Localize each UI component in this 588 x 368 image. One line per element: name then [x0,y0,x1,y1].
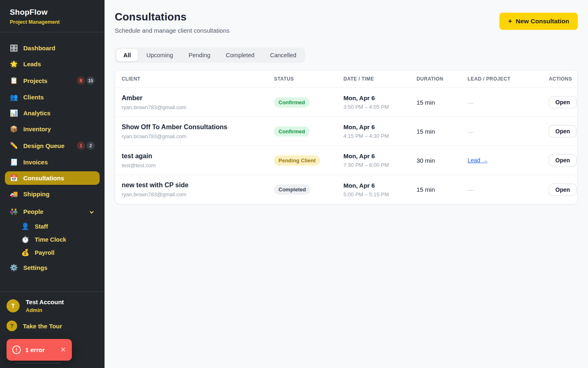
invoices-icon: 🧾 [10,159,18,166]
column-header-client: CLIENT [122,76,274,82]
column-header-status: STATUS [274,76,343,82]
time-range: 5:00 PM – 5:15 PM [343,191,416,197]
client-email: ryan.brown783@gmail.com [122,191,274,197]
time-range: 4:15 PM – 4:30 PM [343,133,416,139]
dashboard-icon: 🎛️ [10,45,18,52]
design-queue-count-badge: 2 [87,141,95,150]
close-icon[interactable]: ✕ [60,346,66,354]
design-queue-icon: ✏️ [10,142,18,149]
sidebar-item-dashboard[interactable]: 🎛️ Dashboard [5,41,100,55]
client-email: ryan.brown783@gmail.com [122,104,274,110]
chevron-down-icon [90,210,94,214]
plus-icon: + [508,17,512,25]
status-badge: Confirmed [274,97,310,108]
lead-project-empty: — [468,128,549,135]
consultations-table: CLIENT STATUS DATE / TIME DURATION LEAD … [115,70,578,204]
duration: 30 min [416,157,468,164]
design-queue-alert-badge: 1 [77,141,85,150]
date: Mon, Apr 6 [343,123,416,130]
sidebar-item-label: Consultations [23,175,95,182]
filter-tabs: All Upcoming Pending Completed Cancelled [115,47,305,63]
column-header-duration: DURATION [416,76,468,82]
tour-label: Take the Tour [23,323,62,330]
avatar: T [7,299,20,312]
open-button[interactable]: Open [549,125,577,137]
sidebar-item-label: Projects [23,77,71,84]
app-logo: ShopFlow [10,8,95,17]
sidebar-item-payroll[interactable]: 💰 Payroll [16,247,100,258]
tab-upcoming[interactable]: Upcoming [140,49,180,61]
open-button[interactable]: Open [549,154,577,166]
sidebar-item-invoices[interactable]: 🧾 Invoices [5,155,100,169]
client-name: Show Off To Amber Consultations [122,123,274,131]
duration: 15 min [416,128,468,135]
error-toast-label: 1 error [25,346,56,353]
status-badge: Completed [274,184,310,195]
page-title: Consultations [115,11,229,23]
user-account[interactable]: T Test Account Admin [7,298,98,313]
error-toast[interactable]: ! 1 error ✕ [7,339,72,361]
sidebar-item-consultations[interactable]: 📅 Consultations [5,171,100,185]
sidebar-item-shipping[interactable]: 🚚 Shipping [5,187,100,201]
table-row: Show Off To Amber Consultations ryan.bro… [115,117,577,146]
clients-icon: 👥 [10,94,18,101]
page-subtitle: Schedule and manage client consultations [115,27,229,34]
column-header-actions: ACTIONS [549,76,572,82]
duration: 15 min [416,99,468,106]
open-button[interactable]: Open [549,184,577,196]
staff-icon: 👤 [21,223,29,230]
app-tagline: Project Management [10,19,95,25]
new-consultation-button[interactable]: + New Consultation [499,13,578,30]
sidebar-item-settings[interactable]: ⚙️ Settings [5,261,100,274]
sidebar-item-label: Leads [23,61,95,67]
open-button[interactable]: Open [549,96,577,108]
column-header-lead-project: LEAD / PROJECT [468,76,549,82]
tab-pending[interactable]: Pending [182,49,217,61]
sidebar-item-staff[interactable]: 👤 Staff [16,221,100,232]
lead-project-empty: — [468,99,549,106]
sidebar-item-leads[interactable]: 🌟 Leads [5,57,100,71]
sidebar-item-label: Shipping [23,191,95,197]
duration: 15 min [416,186,468,193]
sidebar-item-analytics[interactable]: 📊 Analytics [5,106,100,120]
status-badge: Confirmed [274,126,310,137]
take-the-tour-button[interactable]: ? Take the Tour [7,321,98,331]
sidebar-item-design-queue[interactable]: ✏️ Design Queue 1 2 [5,138,100,153]
sidebar-item-label: Staff [35,223,95,230]
date: Mon, Apr 6 [343,182,416,189]
table-header-row: CLIENT STATUS DATE / TIME DURATION LEAD … [115,70,577,88]
date: Mon, Apr 6 [343,153,416,159]
tour-dotted-underline [16,363,60,364]
status-badge: Pending Client [274,155,320,166]
sidebar-item-clients[interactable]: 👥 Clients [5,90,100,104]
sidebar-item-projects[interactable]: 📋 Projects 8 15 [5,73,100,88]
sidebar-item-label: Settings [23,264,95,271]
sidebar-item-time-clock[interactable]: ⏱️ Time Clock [16,234,100,245]
table-row: Amber ryan.brown783@gmail.com Confirmed … [115,88,577,117]
lead-project-empty: — [468,186,549,193]
tab-cancelled[interactable]: Cancelled [263,49,303,61]
payroll-icon: 💰 [21,249,29,256]
lead-link[interactable]: Lead → [468,157,488,164]
projects-badges: 8 15 [77,76,95,85]
shipping-icon: 🚚 [10,191,18,197]
new-consultation-label: New Consultation [516,18,569,25]
sidebar-item-label: Invoices [23,159,95,166]
consultations-icon: 📅 [10,175,18,182]
projects-count-badge: 15 [87,76,95,85]
analytics-icon: 📊 [10,110,18,117]
time-range: 7:30 PM – 8:00 PM [343,162,416,168]
sidebar-item-label: Dashboard [23,45,95,52]
time-clock-icon: ⏱️ [21,236,29,243]
settings-icon: ⚙️ [10,265,18,271]
client-email: ryan.brown783@gmail.com [122,133,274,139]
tab-all[interactable]: All [116,49,138,61]
sidebar-item-inventory[interactable]: 📦 Inventory [5,122,100,136]
sidebar-item-people[interactable]: 👫 People [5,205,100,218]
sidebar-item-label: Time Clock [35,236,95,243]
tab-completed[interactable]: Completed [219,49,261,61]
sidebar-item-label: Analytics [23,110,95,117]
page-header: Consultations Schedule and manage client… [115,11,578,34]
sidebar-item-label: People [23,208,85,215]
main-content: Consultations Schedule and manage client… [105,0,588,368]
